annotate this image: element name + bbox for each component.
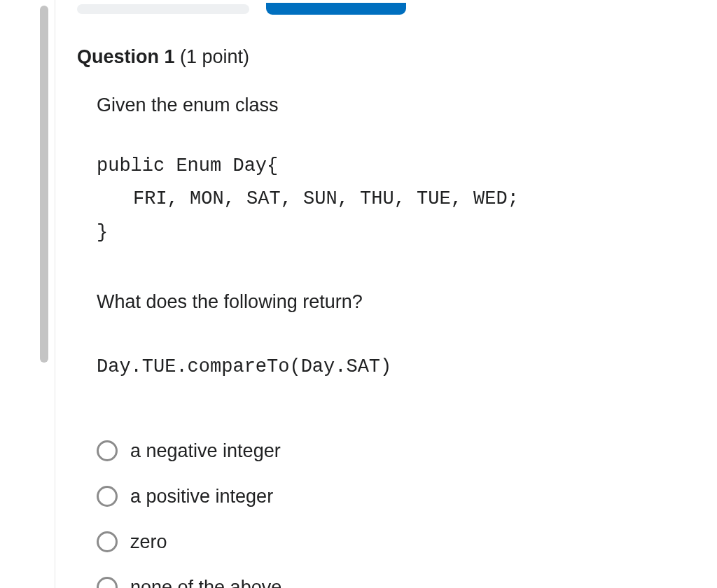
radio-button[interactable] [97, 577, 118, 588]
code-line: public Enum Day{ [97, 155, 278, 176]
radio-button[interactable] [97, 531, 118, 552]
option-row: zero [97, 531, 689, 553]
option-row: none of the above [97, 577, 689, 588]
radio-button[interactable] [97, 486, 118, 507]
progress-segment-inactive [77, 4, 249, 14]
option-row: a negative integer [97, 440, 689, 462]
option-label: zero [130, 531, 167, 553]
radio-button[interactable] [97, 440, 118, 461]
progress-bar [77, 3, 406, 15]
question-intro: Given the enum class [97, 94, 689, 116]
question-points: (1 point) [175, 46, 250, 67]
option-label: none of the above [130, 577, 281, 588]
question-header: Question 1 (1 point) [77, 46, 689, 68]
code-line: FRI, MON, SAT, SUN, THU, TUE, WED; [97, 188, 519, 209]
option-label: a positive integer [130, 486, 273, 507]
answer-options: a negative integer a positive integer ze… [97, 440, 689, 588]
question-prompt: What does the following return? [97, 291, 689, 313]
code-enum: public Enum Day{ FRI, MON, SAT, SUN, THU… [97, 150, 689, 249]
progress-segment-active [266, 3, 406, 15]
question-title: Question 1 [77, 46, 175, 67]
option-row: a positive integer [97, 486, 689, 507]
code-line: } [97, 222, 108, 243]
question-content: Question 1 (1 point) Given the enum clas… [77, 46, 689, 588]
scrollbar-thumb[interactable] [40, 6, 48, 363]
option-label: a negative integer [130, 440, 281, 462]
code-expression: Day.TUE.compareTo(Day.SAT) [97, 356, 689, 377]
vertical-divider [55, 0, 55, 588]
